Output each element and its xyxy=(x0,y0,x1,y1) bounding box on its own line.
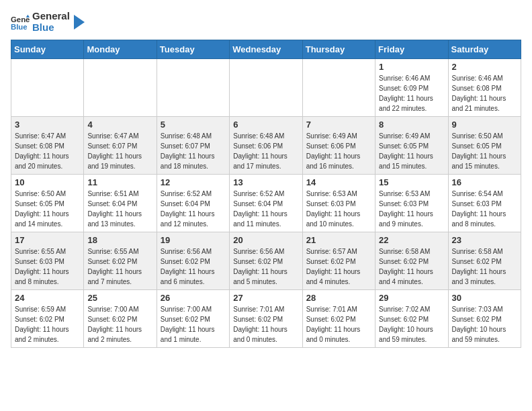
calendar-cell: 22Sunrise: 6:58 AMSunset: 6:02 PMDayligh… xyxy=(375,232,448,290)
day-number: 1 xyxy=(379,62,444,72)
day-number: 12 xyxy=(161,177,226,187)
day-info: Sunrise: 6:49 AMSunset: 6:06 PMDaylight:… xyxy=(306,131,371,171)
day-number: 10 xyxy=(15,177,80,187)
day-number: 23 xyxy=(452,235,517,245)
day-number: 25 xyxy=(87,293,152,303)
day-number: 3 xyxy=(15,120,80,130)
day-number: 17 xyxy=(15,235,80,245)
day-number: 15 xyxy=(379,177,444,187)
weekday-header: Monday xyxy=(84,40,157,59)
day-info: Sunrise: 6:54 AMSunset: 6:03 PMDaylight:… xyxy=(452,189,517,229)
logo-blue: Blue xyxy=(32,22,70,34)
day-info: Sunrise: 6:50 AMSunset: 6:05 PMDaylight:… xyxy=(452,131,517,171)
day-number: 6 xyxy=(233,120,298,130)
weekday-header: Friday xyxy=(375,40,448,59)
calendar-cell: 13Sunrise: 6:52 AMSunset: 6:04 PMDayligh… xyxy=(230,175,302,232)
day-number: 30 xyxy=(452,293,517,303)
logo-icon: General Blue xyxy=(11,13,30,32)
day-number: 22 xyxy=(379,235,444,245)
day-info: Sunrise: 7:02 AMSunset: 6:02 PMDaylight:… xyxy=(379,304,444,345)
day-number: 9 xyxy=(452,120,517,130)
weekday-header: Saturday xyxy=(448,40,521,59)
day-info: Sunrise: 6:51 AMSunset: 6:04 PMDaylight:… xyxy=(87,189,152,229)
calendar-cell: 5Sunrise: 6:48 AMSunset: 6:07 PMDaylight… xyxy=(157,117,229,175)
day-number: 27 xyxy=(233,293,298,303)
calendar-week-row: 1Sunrise: 6:46 AMSunset: 6:09 PMDaylight… xyxy=(11,59,521,117)
day-info: Sunrise: 6:55 AMSunset: 6:03 PMDaylight:… xyxy=(15,246,80,287)
weekday-header: Wednesday xyxy=(230,40,302,59)
day-info: Sunrise: 6:48 AMSunset: 6:07 PMDaylight:… xyxy=(161,131,226,171)
day-info: Sunrise: 6:47 AMSunset: 6:08 PMDaylight:… xyxy=(15,131,80,171)
calendar-week-row: 24Sunrise: 6:59 AMSunset: 6:02 PMDayligh… xyxy=(11,290,521,348)
calendar-cell: 11Sunrise: 6:51 AMSunset: 6:04 PMDayligh… xyxy=(84,175,157,232)
day-info: Sunrise: 7:01 AMSunset: 6:02 PMDaylight:… xyxy=(306,304,371,345)
day-info: Sunrise: 7:03 AMSunset: 6:02 PMDaylight:… xyxy=(452,304,517,345)
day-number: 11 xyxy=(87,177,152,187)
day-number: 8 xyxy=(379,120,444,130)
day-info: Sunrise: 6:50 AMSunset: 6:05 PMDaylight:… xyxy=(15,189,80,229)
calendar-cell: 15Sunrise: 6:53 AMSunset: 6:03 PMDayligh… xyxy=(375,175,448,232)
day-info: Sunrise: 6:57 AMSunset: 6:02 PMDaylight:… xyxy=(306,246,371,287)
svg-text:Blue: Blue xyxy=(11,22,28,30)
calendar-cell: 28Sunrise: 7:01 AMSunset: 6:02 PMDayligh… xyxy=(302,290,375,348)
day-info: Sunrise: 6:52 AMSunset: 6:04 PMDaylight:… xyxy=(233,189,298,229)
calendar-cell: 23Sunrise: 6:58 AMSunset: 6:02 PMDayligh… xyxy=(448,232,521,290)
calendar-cell: 16Sunrise: 6:54 AMSunset: 6:03 PMDayligh… xyxy=(448,175,521,232)
calendar-cell: 1Sunrise: 6:46 AMSunset: 6:09 PMDaylight… xyxy=(375,59,448,117)
logo-general: General xyxy=(32,11,70,22)
calendar-week-row: 17Sunrise: 6:55 AMSunset: 6:03 PMDayligh… xyxy=(11,232,521,290)
day-info: Sunrise: 7:01 AMSunset: 6:02 PMDaylight:… xyxy=(233,304,298,345)
day-info: Sunrise: 6:46 AMSunset: 6:08 PMDaylight:… xyxy=(452,73,517,113)
calendar-cell: 9Sunrise: 6:50 AMSunset: 6:05 PMDaylight… xyxy=(448,117,521,175)
day-number: 20 xyxy=(233,235,298,245)
svg-marker-3 xyxy=(74,15,85,30)
calendar-cell: 19Sunrise: 6:56 AMSunset: 6:02 PMDayligh… xyxy=(157,232,229,290)
day-number: 21 xyxy=(306,235,371,245)
calendar-header-row: SundayMondayTuesdayWednesdayThursdayFrid… xyxy=(11,40,521,59)
calendar-cell xyxy=(302,59,375,117)
calendar-cell: 27Sunrise: 7:01 AMSunset: 6:02 PMDayligh… xyxy=(230,290,302,348)
calendar-cell: 10Sunrise: 6:50 AMSunset: 6:05 PMDayligh… xyxy=(11,175,84,232)
calendar-cell: 21Sunrise: 6:57 AMSunset: 6:02 PMDayligh… xyxy=(302,232,375,290)
calendar-cell: 6Sunrise: 6:48 AMSunset: 6:06 PMDaylight… xyxy=(230,117,302,175)
calendar-cell: 18Sunrise: 6:55 AMSunset: 6:02 PMDayligh… xyxy=(84,232,157,290)
logo: General Blue General Blue xyxy=(11,11,85,33)
day-number: 18 xyxy=(87,235,152,245)
day-info: Sunrise: 6:56 AMSunset: 6:02 PMDaylight:… xyxy=(161,246,226,287)
calendar-cell: 30Sunrise: 7:03 AMSunset: 6:02 PMDayligh… xyxy=(448,290,521,348)
day-info: Sunrise: 6:47 AMSunset: 6:07 PMDaylight:… xyxy=(87,131,152,171)
page-header: General Blue General Blue xyxy=(11,11,521,33)
day-number: 16 xyxy=(452,177,517,187)
calendar-cell: 8Sunrise: 6:49 AMSunset: 6:05 PMDaylight… xyxy=(375,117,448,175)
calendar-cell: 17Sunrise: 6:55 AMSunset: 6:03 PMDayligh… xyxy=(11,232,84,290)
day-number: 29 xyxy=(379,293,444,303)
calendar-week-row: 10Sunrise: 6:50 AMSunset: 6:05 PMDayligh… xyxy=(11,175,521,232)
day-info: Sunrise: 6:58 AMSunset: 6:02 PMDaylight:… xyxy=(379,246,444,287)
calendar-cell xyxy=(84,59,157,117)
weekday-header: Thursday xyxy=(302,40,375,59)
calendar-cell: 2Sunrise: 6:46 AMSunset: 6:08 PMDaylight… xyxy=(448,59,521,117)
day-info: Sunrise: 6:56 AMSunset: 6:02 PMDaylight:… xyxy=(233,246,298,287)
day-number: 26 xyxy=(161,293,226,303)
day-info: Sunrise: 7:00 AMSunset: 6:02 PMDaylight:… xyxy=(161,304,226,345)
calendar-cell: 24Sunrise: 6:59 AMSunset: 6:02 PMDayligh… xyxy=(11,290,84,348)
day-number: 24 xyxy=(15,293,80,303)
calendar-cell: 20Sunrise: 6:56 AMSunset: 6:02 PMDayligh… xyxy=(230,232,302,290)
day-info: Sunrise: 6:48 AMSunset: 6:06 PMDaylight:… xyxy=(233,131,298,171)
calendar-cell: 25Sunrise: 7:00 AMSunset: 6:02 PMDayligh… xyxy=(84,290,157,348)
day-number: 28 xyxy=(306,293,371,303)
calendar-cell xyxy=(157,59,229,117)
day-number: 13 xyxy=(233,177,298,187)
calendar-table: SundayMondayTuesdayWednesdayThursdayFrid… xyxy=(11,40,521,348)
day-number: 5 xyxy=(161,120,226,130)
calendar-cell: 14Sunrise: 6:53 AMSunset: 6:03 PMDayligh… xyxy=(302,175,375,232)
calendar-cell: 3Sunrise: 6:47 AMSunset: 6:08 PMDaylight… xyxy=(11,117,84,175)
day-info: Sunrise: 7:00 AMSunset: 6:02 PMDaylight:… xyxy=(87,304,152,345)
day-info: Sunrise: 6:58 AMSunset: 6:02 PMDaylight:… xyxy=(452,246,517,287)
day-info: Sunrise: 6:46 AMSunset: 6:09 PMDaylight:… xyxy=(379,73,444,113)
weekday-header: Tuesday xyxy=(157,40,229,59)
day-info: Sunrise: 6:52 AMSunset: 6:04 PMDaylight:… xyxy=(161,189,226,229)
day-info: Sunrise: 6:59 AMSunset: 6:02 PMDaylight:… xyxy=(15,304,80,345)
calendar-cell: 26Sunrise: 7:00 AMSunset: 6:02 PMDayligh… xyxy=(157,290,229,348)
day-number: 2 xyxy=(452,62,517,72)
